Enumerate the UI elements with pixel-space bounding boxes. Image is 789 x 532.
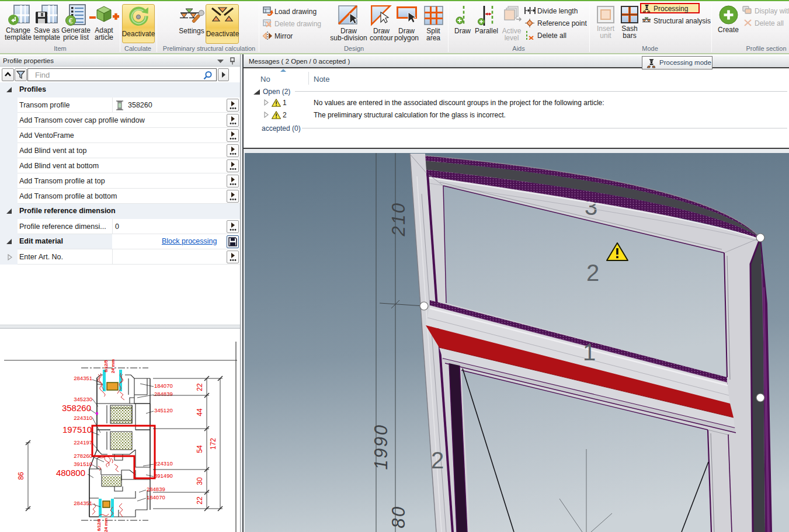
svg-text:6/12/6: 6/12/6: [96, 519, 102, 531]
svg-text:2: 2: [586, 260, 599, 286]
svg-text:44: 44: [196, 408, 204, 416]
svg-text:284351: 284351: [74, 500, 92, 506]
svg-text:24 mm: 24 mm: [103, 518, 109, 532]
svg-text:54: 54: [196, 445, 204, 453]
svg-text:284839: 284839: [147, 486, 165, 492]
svg-text:224197: 224197: [74, 439, 92, 446]
svg-text:1: 1: [583, 339, 596, 365]
svg-text:6/12/5: 6/12/5: [103, 360, 109, 373]
svg-text:345230: 345230: [74, 396, 92, 402]
svg-text:224310: 224310: [74, 415, 92, 421]
svg-text:80: 80: [388, 505, 409, 528]
svg-text:22: 22: [196, 496, 204, 505]
svg-text:345120: 345120: [154, 407, 173, 413]
svg-text:284351: 284351: [74, 375, 92, 381]
svg-text:€: €: [69, 17, 73, 25]
svg-text:24 mm: 24 mm: [110, 359, 116, 373]
svg-text:22: 22: [196, 383, 204, 391]
svg-text:210: 210: [388, 201, 409, 237]
svg-text:480800: 480800: [56, 468, 85, 478]
svg-text:30: 30: [196, 477, 204, 485]
svg-text:391510: 391510: [74, 461, 92, 467]
svg-text:184070: 184070: [154, 383, 173, 389]
svg-text:224310: 224310: [154, 460, 173, 467]
svg-text:86: 86: [17, 472, 25, 480]
svg-text:1990: 1990: [371, 424, 391, 470]
svg-text:2: 2: [431, 447, 444, 473]
svg-text:197510: 197510: [62, 425, 92, 434]
svg-text:391490: 391490: [154, 472, 173, 479]
svg-text:358260: 358260: [62, 403, 91, 413]
svg-text:184070: 184070: [147, 494, 165, 500]
svg-text:278260: 278260: [74, 453, 92, 459]
svg-text:284839: 284839: [154, 391, 173, 397]
svg-text:172: 172: [209, 438, 217, 450]
